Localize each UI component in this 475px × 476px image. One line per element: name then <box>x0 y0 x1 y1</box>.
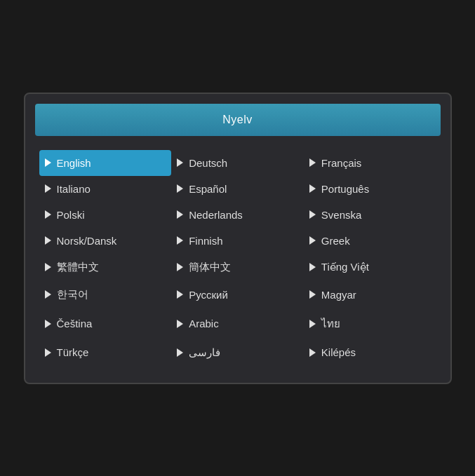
lang-item-farsi[interactable]: فارسی <box>171 339 304 366</box>
lang-label-russian: Русский <box>189 289 228 301</box>
arrow-icon-deutsch <box>177 158 183 167</box>
arrow-icon-polski <box>45 210 51 219</box>
lang-item-traditional-chinese[interactable]: 繁體中文 <box>39 254 172 281</box>
lang-item-deutsch[interactable]: Deutsch <box>171 150 304 176</box>
lang-label-finnish: Finnish <box>189 235 222 247</box>
language-grid: EnglishDeutschFrançaisItalianoEspañolPor… <box>39 150 436 366</box>
arrow-icon-portugues <box>309 184 316 193</box>
arrow-icon-espanol <box>177 184 183 193</box>
arrow-icon-russian <box>177 290 183 299</box>
arrow-icon-tieng-viet <box>309 263 316 271</box>
arrow-icon-korean <box>45 290 51 299</box>
dialog-title: Nyelv <box>222 114 253 125</box>
lang-item-norsk-dansk[interactable]: Norsk/Dansk <box>39 228 172 254</box>
lang-item-cestina[interactable]: Čeština <box>39 308 172 339</box>
lang-item-portugues[interactable]: Português <box>304 176 436 202</box>
arrow-icon-francais <box>309 158 316 167</box>
lang-item-francais[interactable]: Français <box>304 150 436 176</box>
arrow-icon-finnish <box>177 236 183 245</box>
arrow-icon-farsi <box>177 348 183 357</box>
arrow-icon-english <box>45 158 51 167</box>
lang-item-espanol[interactable]: Español <box>171 176 304 202</box>
dialog-header: Nyelv <box>35 104 441 136</box>
lang-label-arabic: Arabic <box>189 318 219 329</box>
lang-item-turkce[interactable]: Türkçe <box>39 339 172 366</box>
lang-item-russian[interactable]: Русский <box>171 281 304 308</box>
arrow-icon-nederlands <box>177 210 183 219</box>
lang-item-italiano[interactable]: Italiano <box>39 176 172 202</box>
lang-label-francais: Français <box>321 157 362 169</box>
lang-label-greek: Greek <box>321 235 350 247</box>
arrow-icon-italiano <box>45 184 51 193</box>
lang-item-nederlands[interactable]: Nederlands <box>171 202 304 228</box>
arrow-icon-kilepas <box>309 348 316 357</box>
lang-label-nederlands: Nederlands <box>189 209 243 221</box>
lang-label-norsk-dansk: Norsk/Dansk <box>57 235 117 247</box>
dialog-body: EnglishDeutschFrançaisItalianoEspañolPor… <box>25 136 450 383</box>
lang-label-italiano: Italiano <box>57 183 91 195</box>
arrow-icon-cestina <box>45 320 51 328</box>
arrow-icon-thai <box>309 320 316 328</box>
lang-label-farsi: فارسی <box>189 346 220 359</box>
lang-item-thai[interactable]: ไทย <box>304 308 436 339</box>
lang-label-tieng-viet: Tiếng Việt <box>321 261 369 273</box>
lang-label-polski: Polski <box>57 209 85 221</box>
lang-label-espanol: Español <box>189 183 227 195</box>
lang-item-magyar[interactable]: Magyar <box>304 281 436 308</box>
lang-label-portugues: Português <box>321 183 369 195</box>
arrow-icon-svenska <box>309 210 316 219</box>
lang-item-arabic[interactable]: Arabic <box>171 308 304 339</box>
arrow-icon-turkce <box>45 348 51 357</box>
lang-label-deutsch: Deutsch <box>189 157 227 169</box>
lang-item-korean[interactable]: 한국어 <box>39 281 172 308</box>
arrow-icon-arabic <box>177 320 183 328</box>
lang-label-thai: ไทย <box>321 315 340 332</box>
lang-label-korean: 한국어 <box>57 288 88 301</box>
lang-label-cestina: Čeština <box>57 318 93 329</box>
lang-item-tieng-viet[interactable]: Tiếng Việt <box>304 254 436 281</box>
lang-label-english: English <box>57 157 91 169</box>
language-dialog: Nyelv EnglishDeutschFrançaisItalianoEspa… <box>24 93 452 384</box>
arrow-icon-simplified-chinese <box>177 263 183 271</box>
arrow-icon-greek <box>309 236 316 245</box>
lang-item-simplified-chinese[interactable]: 簡体中文 <box>171 254 304 281</box>
lang-item-polski[interactable]: Polski <box>39 202 172 228</box>
arrow-icon-magyar <box>309 290 316 299</box>
lang-item-english[interactable]: English <box>39 150 172 176</box>
lang-label-kilepas: Kilépés <box>321 346 356 358</box>
lang-item-greek[interactable]: Greek <box>304 228 436 254</box>
lang-label-simplified-chinese: 簡体中文 <box>189 261 231 274</box>
arrow-icon-traditional-chinese <box>45 263 51 271</box>
lang-label-magyar: Magyar <box>321 289 356 301</box>
lang-item-kilepas[interactable]: Kilépés <box>304 339 436 366</box>
arrow-icon-norsk-dansk <box>45 236 51 245</box>
lang-label-turkce: Türkçe <box>57 346 89 358</box>
lang-label-traditional-chinese: 繁體中文 <box>57 261 99 274</box>
lang-label-svenska: Svenska <box>321 209 362 221</box>
lang-item-svenska[interactable]: Svenska <box>304 202 436 228</box>
lang-item-finnish[interactable]: Finnish <box>171 228 304 254</box>
